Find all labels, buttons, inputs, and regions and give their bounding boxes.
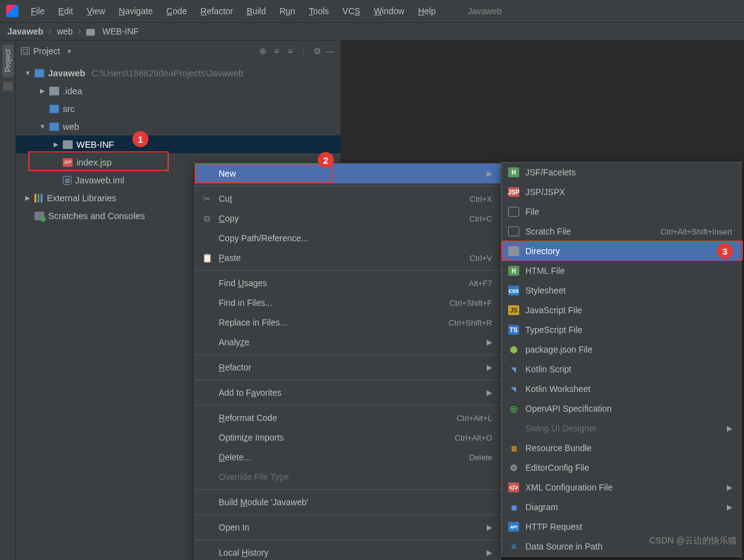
chevron-right-icon[interactable] xyxy=(25,194,31,201)
scratch-file-icon xyxy=(508,226,519,236)
menu-code[interactable]: Code xyxy=(160,4,193,18)
chevron-down-icon[interactable]: ▼ xyxy=(67,48,73,55)
tree-root-label: Javaweb xyxy=(48,68,85,78)
tree-node-root[interactable]: Javaweb C:\Users\19882\IdeaProjects\Java… xyxy=(16,64,341,82)
blank-icon xyxy=(508,423,519,433)
ctx-label: Copy xyxy=(219,214,448,223)
new-ts[interactable]: TSTypeScript File xyxy=(502,320,741,340)
ctx-override: Override File Type xyxy=(195,467,501,487)
new-jsf[interactable]: HJSF/Facelets xyxy=(502,162,741,182)
ctx-reformat[interactable]: Reformat Code Ctrl+Alt+L xyxy=(195,408,501,428)
menu-file[interactable]: File xyxy=(25,4,51,18)
ctx-build-module[interactable]: Build Module 'Javaweb' xyxy=(195,492,501,512)
new-kotlin-script[interactable]: ◥Kotlin Script xyxy=(502,359,741,379)
js-icon: JS xyxy=(508,305,519,315)
ctx-label: File xyxy=(525,207,732,217)
tree-node-src[interactable]: src xyxy=(16,100,341,118)
tree-node-idea[interactable]: .idea xyxy=(16,82,341,100)
project-view-label[interactable]: Project xyxy=(33,46,60,56)
new-js[interactable]: JSJavaScript File xyxy=(502,300,741,320)
shortcut: Delete xyxy=(469,453,492,462)
chevron-right-icon: › xyxy=(78,28,81,34)
expand-all-icon[interactable]: ≡ xyxy=(272,46,281,56)
chevron-right-icon[interactable] xyxy=(53,141,59,148)
ctx-label: Directory xyxy=(525,246,732,256)
ctx-favorites[interactable]: Add to Favorites ▶ xyxy=(195,383,501,402)
shortcut: Ctrl+V xyxy=(470,254,492,263)
chevron-right-icon[interactable] xyxy=(39,87,46,94)
new-directory[interactable]: Directory xyxy=(502,241,741,261)
ctx-new[interactable]: New ▶ xyxy=(195,164,501,183)
new-openapi[interactable]: ◎OpenAPI Specification xyxy=(502,399,741,418)
new-html[interactable]: HHTML File xyxy=(502,261,741,281)
ctx-copy[interactable]: ⧉ Copy Ctrl+C xyxy=(195,209,501,228)
new-xml-config[interactable]: </>XML Configuration File▶ xyxy=(502,478,741,497)
ctx-cut[interactable]: ✂ Cut Ctrl+X xyxy=(195,189,501,209)
menu-view[interactable]: View xyxy=(81,4,111,18)
xml-icon: </> xyxy=(508,482,519,492)
ctx-label: TypeScript File xyxy=(525,325,732,335)
new-editorconfig[interactable]: ⚙EditorConfig File xyxy=(502,458,741,478)
watermark: CSDN @云边的快乐猫 xyxy=(649,535,737,546)
ctx-open-in[interactable]: Open In ▶ xyxy=(195,518,501,537)
ctx-label: JavaScript File xyxy=(525,305,732,315)
breadcrumb-item-webinf[interactable]: WEB-INF xyxy=(102,26,139,36)
new-package-json[interactable]: ⬢package.json File xyxy=(502,340,741,359)
ctx-find-usages[interactable]: Find Usages Alt+F7 xyxy=(195,273,501,293)
libraries-icon xyxy=(34,194,43,202)
ctx-label: EditorConfig File xyxy=(525,463,732,473)
facelet-icon: H xyxy=(508,167,519,177)
menu-edit[interactable]: Edit xyxy=(52,4,79,18)
structure-tab-icon[interactable] xyxy=(3,82,13,90)
new-resource-bundle[interactable]: ▥Resource Bundle xyxy=(502,438,741,458)
web-folder-icon xyxy=(49,122,59,131)
tool-tab-project[interactable]: Project xyxy=(2,44,14,77)
shortcut: Ctrl+Shift+F xyxy=(450,298,492,308)
menu-run[interactable]: Run xyxy=(273,4,302,18)
breadcrumb-item-web[interactable]: web xyxy=(57,26,73,36)
ctx-optimize[interactable]: Optimize Imports Ctrl+Alt+O xyxy=(195,428,501,447)
tree-node-webinf[interactable]: WEB-INF xyxy=(16,135,341,153)
chevron-down-icon[interactable] xyxy=(25,70,31,76)
ctx-delete[interactable]: Delete... Delete xyxy=(195,447,501,467)
locate-icon[interactable]: ⊕ xyxy=(258,46,268,56)
chevron-down-icon[interactable] xyxy=(39,123,46,130)
new-scratch[interactable]: Scratch FileCtrl+Alt+Shift+Insert xyxy=(502,222,741,241)
ctx-analyze[interactable]: Analyze ▶ xyxy=(195,332,501,352)
new-kotlin-worksheet[interactable]: ◥Kotlin Worksheet xyxy=(502,379,741,399)
ctx-label: Optimize Imports xyxy=(219,433,434,442)
ctx-replace-in-files[interactable]: Replace in Files... Ctrl+Shift+R xyxy=(195,313,501,332)
menu-tools[interactable]: Tools xyxy=(302,4,335,18)
copy-icon: ⧉ xyxy=(201,214,212,224)
menu-build[interactable]: Build xyxy=(241,4,272,18)
submenu-arrow-icon: ▶ xyxy=(487,169,492,178)
new-diagram[interactable]: ▦Diagram▶ xyxy=(502,497,741,517)
new-http[interactable]: APIHTTP Request xyxy=(502,517,741,537)
breadcrumb-root[interactable]: Javaweb xyxy=(7,26,43,36)
new-stylesheet[interactable]: cssStylesheet xyxy=(502,281,741,300)
menu-refactor[interactable]: Refactor xyxy=(195,4,240,18)
tree-node-web[interactable]: web xyxy=(16,118,341,135)
ctx-label: Local History xyxy=(219,548,480,558)
hide-panel-icon[interactable]: — xyxy=(326,46,336,56)
ctx-local-history[interactable]: Local History ▶ xyxy=(195,543,501,560)
target-icon: ◎ xyxy=(508,404,519,414)
ctx-refactor[interactable]: Refactor ▶ xyxy=(195,358,501,377)
collapse-all-icon[interactable]: ≡ xyxy=(285,46,295,56)
divider: | xyxy=(299,46,309,56)
new-jsp[interactable]: JSPJSP/JSPX xyxy=(502,182,741,202)
iml-file-icon: ▦ xyxy=(63,176,71,185)
menu-navigate[interactable]: Navigate xyxy=(113,4,159,18)
callout-badge-1: 1 xyxy=(132,131,148,147)
submenu-arrow-icon: ▶ xyxy=(487,363,492,372)
menu-vcs[interactable]: VCS xyxy=(336,4,366,18)
shortcut: Ctrl+Alt+Shift+Insert xyxy=(660,227,732,236)
ctx-find-in-files[interactable]: Find in Files... Ctrl+Shift+F xyxy=(195,293,501,313)
new-file[interactable]: File xyxy=(502,202,741,222)
left-tool-gutter: Project xyxy=(0,41,16,560)
ctx-copy-path[interactable]: Copy Path/Reference... xyxy=(195,228,501,248)
menu-window[interactable]: Window xyxy=(368,4,411,18)
gear-icon[interactable]: ⚙ xyxy=(312,46,322,56)
ctx-paste[interactable]: 📋 Paste Ctrl+V xyxy=(195,248,501,268)
menu-help[interactable]: Help xyxy=(412,4,442,18)
